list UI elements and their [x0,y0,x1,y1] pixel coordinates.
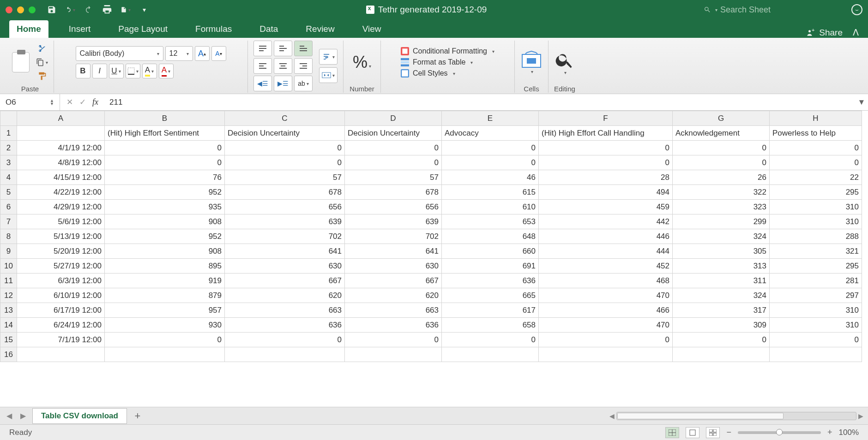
merge-button[interactable]: ▾ [319,67,338,83]
cell[interactable]: 957 [105,303,225,318]
row-header[interactable]: 7 [0,214,17,229]
cell[interactable]: 470 [539,318,673,333]
cell[interactable]: 324 [673,229,770,244]
cell[interactable]: 494 [539,185,673,200]
cell[interactable]: 0 [105,333,225,347]
cell[interactable]: 658 [442,318,539,333]
row-header[interactable]: 1 [0,126,17,141]
cell[interactable]: 4/1/19 12:00 [17,141,105,155]
orientation-button[interactable]: ab▾ [294,76,313,91]
confirm-formula-button[interactable]: ✓ [79,97,86,107]
row-header[interactable]: 16 [0,347,17,362]
cell[interactable] [225,347,345,362]
cell[interactable]: 5/6/19 12:00 [17,214,105,229]
decrease-indent-button[interactable]: ◀☰ [253,76,272,91]
cell[interactable] [345,347,442,362]
cell[interactable]: 641 [345,244,442,259]
cell[interactable]: 6/17/19 12:00 [17,303,105,318]
cell[interactable]: 653 [442,214,539,229]
cell[interactable]: 615 [442,185,539,200]
close-window-button[interactable] [6,6,12,13]
cell[interactable]: 321 [770,244,862,259]
cell[interactable]: 636 [442,274,539,288]
fill-color-button[interactable]: A▾ [142,64,157,78]
copy-button[interactable]: ▾ [36,57,48,68]
cell[interactable]: 908 [105,214,225,229]
cell[interactable]: 4/22/19 12:00 [17,185,105,200]
cell[interactable]: 310 [770,303,862,318]
cell[interactable]: Decision Uncertainty [225,126,345,141]
row-header[interactable]: 8 [0,229,17,244]
cell[interactable]: 919 [105,274,225,288]
cell[interactable]: 930 [105,318,225,333]
cell[interactable]: 22 [770,170,862,185]
cell[interactable]: 310 [770,214,862,229]
cell[interactable]: 617 [442,303,539,318]
cell[interactable]: 0 [105,141,225,155]
cell[interactable]: 452 [539,259,673,274]
grow-font-button[interactable]: A▴ [195,46,210,61]
row-header[interactable]: 13 [0,303,17,318]
font-name-select[interactable]: Calibri (Body)▾ [76,46,163,61]
cell[interactable]: 879 [105,288,225,303]
cell[interactable]: 0 [539,155,673,170]
row-header[interactable]: 11 [0,274,17,288]
cell[interactable]: 656 [225,200,345,214]
shrink-font-button[interactable]: A▾ [211,46,226,61]
cell[interactable]: 305 [673,244,770,259]
cell[interactable]: 667 [345,274,442,288]
cell[interactable]: 281 [770,274,862,288]
sheet-tab[interactable]: Table CSV download [32,408,127,424]
cell[interactable]: 935 [105,200,225,214]
column-header[interactable]: B [105,111,225,126]
align-right-button[interactable] [294,58,313,74]
cell[interactable]: 630 [345,259,442,274]
row-header[interactable]: 12 [0,288,17,303]
cell[interactable]: 0 [225,333,345,347]
cell[interactable]: 0 [539,333,673,347]
cell[interactable]: 0 [105,155,225,170]
cells-button[interactable]: ▾ [520,51,542,74]
cell[interactable] [539,347,673,362]
cell[interactable]: 4/15/19 12:00 [17,170,105,185]
column-header[interactable]: A [17,111,105,126]
zoom-in-button[interactable]: + [827,428,832,437]
cell[interactable]: 678 [225,185,345,200]
column-header[interactable]: E [442,111,539,126]
align-left-button[interactable] [253,58,272,74]
add-sheet-button[interactable]: + [132,410,144,422]
select-all-corner[interactable] [0,111,17,126]
cell[interactable] [17,347,105,362]
cell[interactable]: 636 [345,318,442,333]
cell[interactable]: 0 [770,333,862,347]
column-header[interactable]: G [673,111,770,126]
cell[interactable]: 466 [539,303,673,318]
cell[interactable]: 691 [442,259,539,274]
cell[interactable]: 323 [673,200,770,214]
cell[interactable]: 0 [770,155,862,170]
cell[interactable]: 442 [539,214,673,229]
undo-button[interactable]: ▾ [65,5,75,15]
cell[interactable]: 317 [673,303,770,318]
cell[interactable]: 46 [442,170,539,185]
cell[interactable]: 28 [539,170,673,185]
cell[interactable]: 895 [105,259,225,274]
tab-formulas[interactable]: Formulas [188,20,239,38]
align-center-button[interactable] [274,58,292,74]
zoom-window-button[interactable] [29,6,36,13]
column-header[interactable]: H [770,111,862,126]
spreadsheet-grid[interactable]: ABCDEFGH1(Hit) High Effort SentimentDeci… [0,111,868,407]
percent-style-button[interactable]: %▾ [353,53,371,72]
cell[interactable]: Acknowledgement [673,126,770,141]
row-header[interactable]: 5 [0,185,17,200]
cell[interactable]: 648 [442,229,539,244]
cell[interactable]: 663 [345,303,442,318]
cell[interactable]: 297 [770,288,862,303]
underline-button[interactable]: U▾ [109,64,124,78]
cell[interactable]: 620 [225,288,345,303]
cell[interactable]: 444 [539,244,673,259]
cell[interactable]: 0 [673,155,770,170]
cell[interactable]: 295 [770,259,862,274]
cell[interactable]: 295 [770,185,862,200]
sheet-nav-next-button[interactable]: ▶ [18,411,28,420]
